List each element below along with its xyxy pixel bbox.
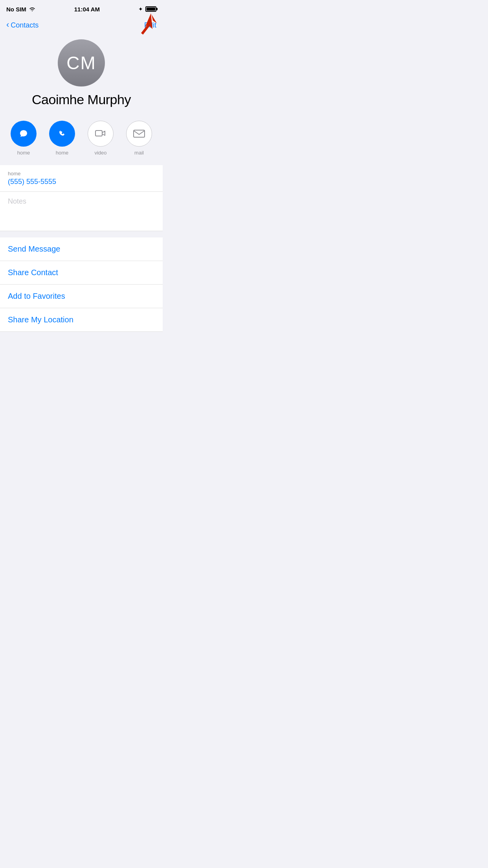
wifi-icon [29, 7, 36, 12]
bottom-spacer [0, 332, 163, 363]
share-location-item[interactable]: Share My Location [0, 308, 163, 332]
contact-name: Caoimhe Murphy [32, 92, 131, 107]
video-icon [95, 129, 106, 138]
avatar-initials: CM [66, 52, 96, 74]
action-row: home home video mail [0, 117, 163, 165]
video-button[interactable] [88, 121, 114, 147]
svg-marker-1 [151, 13, 157, 23]
section-separator [0, 231, 163, 237]
call-button[interactable] [49, 121, 75, 147]
mail-label: mail [134, 150, 144, 156]
action-item-video: video [88, 121, 114, 156]
phone-number[interactable]: (555) 555-5555 [8, 178, 155, 186]
phone-info-block: home (555) 555-5555 [0, 165, 163, 192]
action-item-mail: mail [126, 121, 152, 156]
share-contact-item[interactable]: Share Contact [0, 261, 163, 285]
action-item-call: home [49, 121, 75, 156]
add-to-favorites-label: Add to Favorites [8, 292, 65, 300]
svg-rect-5 [134, 130, 145, 137]
send-message-label: Send Message [8, 245, 60, 253]
back-button[interactable]: ‹ Contacts [6, 20, 39, 30]
avatar: CM [58, 39, 105, 86]
video-label: video [94, 150, 106, 156]
phone-icon [55, 127, 69, 140]
share-location-label: Share My Location [8, 315, 73, 324]
arrow-annotation [123, 9, 159, 45]
notes-placeholder: Notes [8, 197, 155, 206]
action-item-message: home [11, 121, 37, 156]
message-button[interactable] [11, 121, 37, 147]
status-left: No SIM [6, 6, 36, 13]
mail-icon [133, 129, 145, 138]
chevron-left-icon: ‹ [6, 20, 9, 30]
header-section: CM Caoimhe Murphy [0, 33, 163, 117]
status-time: 11:04 AM [74, 6, 100, 13]
svg-point-3 [55, 127, 69, 140]
svg-rect-4 [95, 131, 102, 136]
message-label: home [17, 150, 30, 156]
svg-marker-0 [141, 13, 152, 35]
call-label: home [56, 150, 69, 156]
share-contact-label: Share Contact [8, 268, 58, 277]
mail-button[interactable] [126, 121, 152, 147]
notes-block: Notes [0, 192, 163, 231]
message-icon [17, 127, 30, 140]
back-label: Contacts [11, 21, 39, 29]
phone-label: home [8, 171, 155, 177]
add-to-favorites-item[interactable]: Add to Favorites [0, 285, 163, 308]
carrier-label: No SIM [6, 6, 26, 13]
send-message-item[interactable]: Send Message [0, 237, 163, 261]
content-section: home (555) 555-5555 Notes Send Message S… [0, 165, 163, 332]
